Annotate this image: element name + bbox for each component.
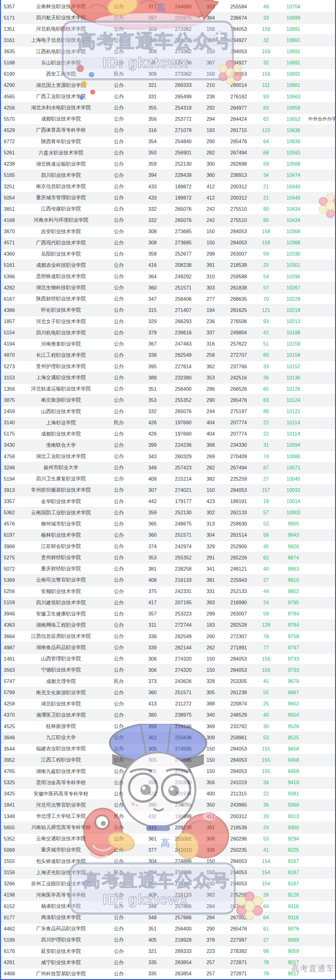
cell-code: 4194 [1, 341, 20, 347]
cell-type: 公办 [102, 93, 136, 100]
cell-rank-1: 265499 [169, 94, 198, 100]
cell-score-1: 415 [136, 825, 169, 830]
cell-score-2: 300 [198, 161, 224, 167]
cell-score-2: 412 [198, 184, 224, 189]
cell-green-index: 10114 [279, 431, 308, 437]
cell-score-2: 210 [198, 83, 224, 88]
cell-score-2: 282 [198, 150, 224, 156]
table-row: 5159四川建筑职业技术学院公办417207195393216990249795 [1, 597, 335, 609]
cell-code: 3251 [1, 184, 20, 189]
cell-green-count: 24 [254, 825, 279, 830]
cell-green-count: 32 [254, 60, 279, 66]
cell-score-1: 351 [136, 926, 169, 932]
cell-green-index: 9381 [279, 791, 308, 797]
cell-rank-2: 265226 [224, 555, 254, 561]
cell-green-index: 9802 [279, 589, 308, 594]
cell-green-index: 10658 [279, 105, 308, 111]
cell-code: 5175 [1, 431, 20, 437]
cell-type: 公办 [102, 847, 136, 853]
cell-rank-1: 256400 [169, 387, 198, 392]
cell-score-2: 356 [198, 780, 224, 786]
cell-score-1: 360 [136, 690, 169, 695]
cell-score-1: 432 [136, 814, 169, 819]
table-row: 3646九江职业大学公办362250436309259961539525 [1, 732, 335, 743]
cell-green-count: 70 [254, 296, 279, 302]
cell-school-name: 成都职业技术学院 [20, 431, 102, 438]
cell-score-2: 286 [198, 387, 224, 392]
cell-score-2: 150 [198, 859, 224, 864]
cell-code: 4468 [1, 971, 20, 977]
cell-code: 4987 [1, 645, 20, 651]
cell-rank-2: 275510 [224, 207, 254, 212]
cell-score-1: 332 [136, 218, 169, 223]
cell-green-count: 121 [254, 307, 279, 313]
table-row: 6152杨凌职业技术学院公办348257886284267002649116 [1, 901, 335, 912]
cell-score-1: 442 [136, 499, 169, 504]
table-row: 3651江西传媒职业学院公办3322650762422755109010434 [1, 204, 335, 215]
cell-green-index: 10296 [279, 274, 308, 280]
cell-code: 3651 [1, 207, 20, 212]
cell-rank-1: 274320 [169, 667, 198, 673]
cell-score-2: 353 [198, 375, 224, 381]
cell-type: 公办 [102, 712, 136, 719]
cell-score-1: 329 [136, 319, 169, 325]
cell-green-index: 9069 [279, 937, 308, 943]
cell-score-1: 409 [136, 476, 169, 482]
cell-green-index: 9059 [279, 948, 308, 954]
cell-score-2: 150 [198, 71, 224, 77]
cell-score-2: 368 [198, 442, 224, 448]
cell-code: 4168 [1, 218, 20, 223]
cell-green-count: 159 [254, 49, 279, 54]
cell-type: 公办 [102, 206, 136, 212]
cell-score-1: 374 [136, 544, 169, 549]
cell-green-index: 10014 [279, 499, 308, 504]
cell-score-1: 305 [136, 757, 169, 763]
cell-green-index: 10434 [279, 218, 308, 223]
cell-type: 公办 [102, 521, 136, 527]
cell-green-index: 10368 [279, 229, 308, 234]
cell-green-count: 53 [254, 836, 279, 842]
cell-code: 6772 [1, 139, 20, 145]
cell-score-2: 404 [198, 431, 224, 437]
cell-rank-2: 267002 [224, 915, 254, 921]
cell-score-2: 412 [198, 195, 224, 201]
cell-green-count: 64 [254, 915, 279, 921]
cell-green-index: 9863 [279, 566, 308, 572]
cell-rank-2: 272871 [224, 971, 254, 977]
cell-score-2: 341 [198, 566, 224, 572]
cell-green-index: 9419 [279, 780, 308, 786]
cell-type: 公办 [102, 498, 136, 505]
cell-rank-1: 254319 [169, 105, 198, 111]
cell-rank-1: 274595 [169, 768, 198, 774]
cell-type: 公办 [102, 409, 136, 415]
cell-rank-2: 267002 [224, 904, 254, 909]
cell-score-1: 309 [136, 49, 169, 54]
cell-school-name: 成都农业科技职业学院 [20, 262, 102, 269]
cell-type: 公办 [102, 487, 136, 493]
cell-green-index: 10691 [279, 38, 308, 43]
cell-type: 公办 [102, 589, 136, 595]
cell-code: 3946 [1, 611, 20, 617]
cell-green-index: 10440 [279, 195, 308, 201]
table-row: 5161成都农业科技职业学院公办416208238391218539251030… [1, 260, 335, 271]
cell-code: 4765 [1, 768, 20, 774]
table-row: 5171四川航天职业技术学院公办397225975364236674331069… [1, 13, 335, 24]
cell-code: 5273 [1, 364, 20, 369]
cell-rank-1: 241010 [169, 847, 198, 853]
cell-rank-1: 251571 [169, 690, 198, 695]
cell-score-2: 294 [198, 116, 224, 122]
cell-school-name: 重庆城市管理职业学院 [20, 194, 102, 201]
cell-rank-1: 262144 [169, 645, 198, 651]
table-row: 4168河南水利与环境职业学院公办33226507624227551090104… [1, 215, 335, 226]
cell-rank-1: 234596 [169, 802, 198, 808]
table-row: 4870长江工程职业技术学院公办338262549258272707801015… [1, 350, 335, 361]
cell-score-1: 413 [136, 701, 169, 707]
cell-rank-2: 261514 [224, 532, 254, 538]
cell-green-count: 155 [254, 746, 279, 752]
cell-score-2: 284 [198, 904, 224, 909]
cell-code: 6190 [1, 71, 20, 77]
cell-green-count: 154 [254, 870, 279, 875]
table-row: 1857河北女子职业技术学院公办329266293236276506931021… [1, 316, 335, 328]
table-row: 3635江西机电职业技术学院公办309273362150284053159106… [1, 46, 335, 57]
cell-rank-1: 257886 [169, 904, 198, 909]
